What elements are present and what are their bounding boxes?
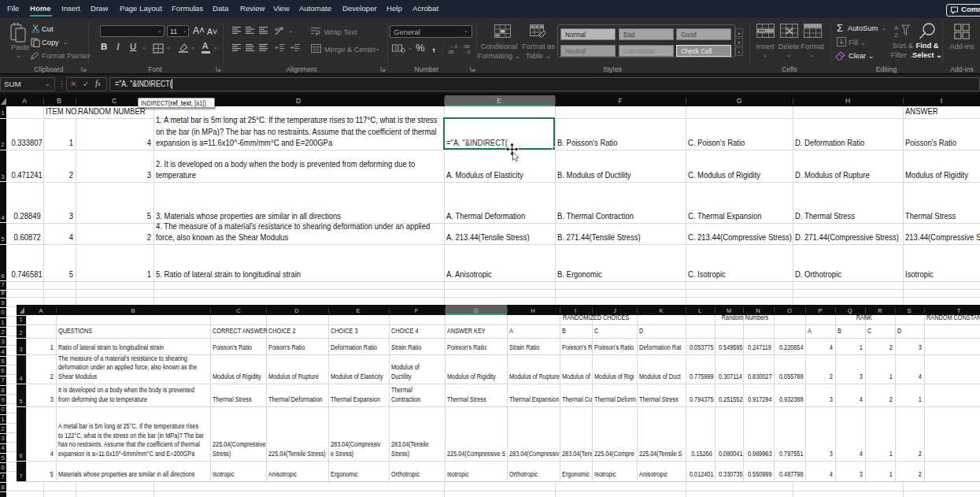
svg-text:→0: →0 [463, 50, 471, 54]
svg-text:Z: Z [894, 32, 898, 39]
svg-text:A: A [894, 24, 899, 32]
svg-text:ab: ab [275, 27, 280, 32]
svg-text:.00: .00 [447, 50, 454, 54]
svg-text:.00: .00 [463, 44, 470, 49]
svg-text:←0: ←0 [450, 44, 457, 49]
